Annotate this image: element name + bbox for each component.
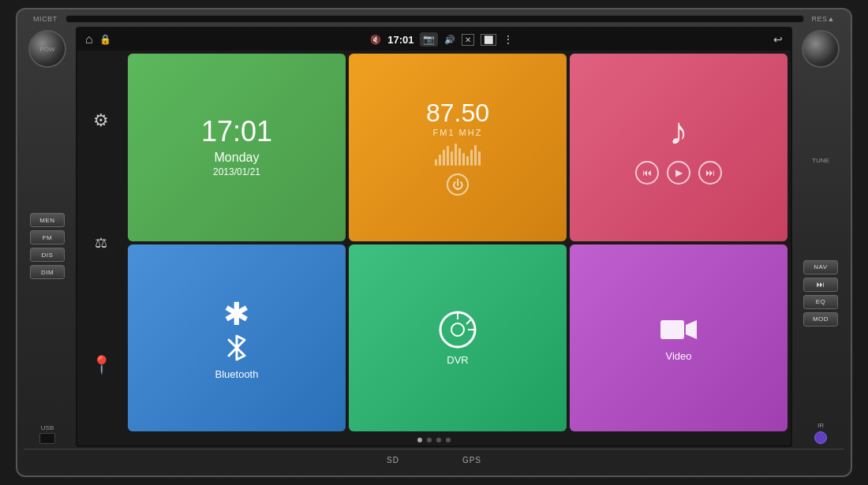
left-buttons-group: MEN FM DIS DIM [30,213,65,279]
status-bar-left: ⌂ 🔒 [85,32,111,47]
window-icon[interactable]: ⬜ [481,34,496,46]
status-bar-center: 🔇 17:01 📷 🔊 ✕ ⬜ ⋮ [370,32,514,47]
dot-2[interactable] [427,438,432,442]
bt-label: BT [47,15,58,23]
nav-button[interactable]: NAV [803,260,838,274]
svg-marker-6 [686,320,697,339]
ir-sensor [814,431,827,444]
no-signal-icon: 🔇 [370,35,381,45]
clock-time: 17:01 [201,118,272,146]
middle-section: POW MEN FM DIS DIM USB ⌂ 🔒 [24,25,844,449]
music-note-icon: ♪ [669,110,688,153]
usb-label: USB [41,424,54,431]
usb-port[interactable] [39,433,55,444]
location-icon[interactable]: 📍 [91,355,112,375]
main-screen: ⌂ 🔒 🔇 17:01 📷 🔊 ✕ ⬜ ⋮ ↩ [76,27,792,447]
res-label: RES [812,15,828,23]
dot-3[interactable] [436,438,441,442]
left-sidebar: POW MEN FM DIS DIM USB [24,27,71,447]
skip-forward-button[interactable]: ⏭ [803,278,838,292]
settings-icon[interactable]: ⚙ [93,110,109,131]
ir-label: IR [817,422,824,429]
music-tile[interactable]: ♪ ⏮ ▶ ⏭ [570,54,788,241]
pow-label: POW [39,46,54,53]
page-dots [77,435,791,446]
svg-point-1 [451,323,464,336]
equalizer-icon[interactable]: ⚖ [95,234,107,252]
gps-slot-label: GPS [462,456,481,464]
video-camera-icon [659,314,698,345]
radio-frequency: 87.50 [426,99,489,128]
dvr-icon [438,310,477,349]
music-controls: ⏮ ▶ ⏭ [635,161,722,185]
home-icon[interactable]: ⌂ [85,32,93,47]
radio-tile[interactable]: 87.50 FM1 MHZ [349,54,567,241]
bluetooth-label: Bluetooth [215,368,259,380]
mic-label: MIC [33,15,47,23]
camera-icon[interactable]: 📷 [420,32,438,47]
radio-power-button[interactable]: ⏻ [447,173,469,196]
screen-left-icons: ⚙ ⚖ 📍 [77,50,125,435]
eject-label[interactable]: ▲ [828,15,835,23]
dvr-label: DVR [447,354,468,366]
tune-label: TUNE [812,157,829,164]
clock-tile[interactable]: 17:01 Monday 2013/01/21 [128,54,346,241]
volume-icon[interactable]: 🔊 [444,35,455,45]
bluetooth-icon: ✱ [223,296,250,332]
right-buttons-group: NAV ⏭ EQ MOD [803,260,838,326]
right-sidebar: TUNE NAV ⏭ EQ MOD IR [797,27,844,447]
dvr-tile[interactable]: DVR [349,244,567,432]
dot-4[interactable] [446,438,451,442]
dot-1[interactable] [417,438,422,442]
status-time: 17:01 [387,34,413,46]
status-bar-right: ↩ [773,33,783,46]
next-button[interactable]: ⏭ [698,161,722,185]
dis-button[interactable]: DIS [30,248,65,262]
sd-slot-label: SD [387,456,399,464]
radio-band: FM1 MHZ [433,128,483,137]
screen-main-content: ⚙ ⚖ 📍 17:01 Monday 2013/01/21 87.50 [77,50,791,435]
tune-knob[interactable] [802,30,840,68]
prev-button[interactable]: ⏮ [635,161,659,185]
play-button[interactable]: ▶ [667,161,690,185]
lock-icon: 🔒 [99,34,111,45]
video-tile[interactable]: Video [570,244,788,432]
app-grid: 17:01 Monday 2013/01/21 87.50 FM1 MHZ [125,50,791,435]
top-labels-row: MIC BT RES ▲ [24,13,844,25]
bottom-strip: SD GPS [24,449,844,471]
more-icon[interactable]: ⋮ [503,33,514,46]
clock-date: 2013/01/21 [213,166,260,177]
car-stereo-unit: MIC BT RES ▲ POW MEN FM DIS DIM USB [16,8,852,477]
clock-day: Monday [215,151,260,165]
radio-waveform [435,142,481,166]
cd-slot [65,15,804,23]
bluetooth-tile[interactable]: ✱ Bluetooth [128,244,346,432]
dim-button[interactable]: DIM [30,265,65,279]
video-label: Video [665,350,691,362]
bluetooth-symbol [221,332,253,364]
status-bar: ⌂ 🔒 🔇 17:01 📷 🔊 ✕ ⬜ ⋮ ↩ [77,28,791,50]
svg-line-3 [466,319,471,324]
eq-button[interactable]: EQ [803,295,838,309]
fm-button[interactable]: FM [30,230,65,244]
svg-rect-5 [660,320,684,339]
back-icon[interactable]: ↩ [773,33,783,46]
mod-button[interactable]: MOD [803,312,838,326]
close-icon[interactable]: ✕ [462,34,474,46]
men-button[interactable]: MEN [30,213,65,227]
power-knob[interactable]: POW [28,30,66,68]
